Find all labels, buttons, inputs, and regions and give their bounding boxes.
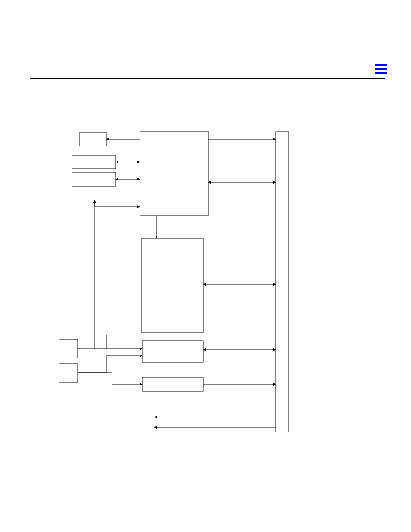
- box-main-small-1: [142, 341, 203, 362]
- box-main-small-2: [142, 377, 203, 391]
- box-left-3: [59, 339, 78, 358]
- box-top-left-small: [80, 132, 106, 146]
- box-left-4: [59, 364, 78, 382]
- box-main-top: [140, 131, 208, 216]
- box-left-2: [72, 172, 116, 186]
- box-left-1: [72, 155, 116, 169]
- block-diagram: [0, 0, 411, 532]
- box-main-middle: [142, 238, 203, 333]
- arrow-box4-to-small1: [78, 356, 142, 373]
- arrow-box4-to-small2: [78, 373, 142, 384]
- box-right-bar: [276, 132, 289, 432]
